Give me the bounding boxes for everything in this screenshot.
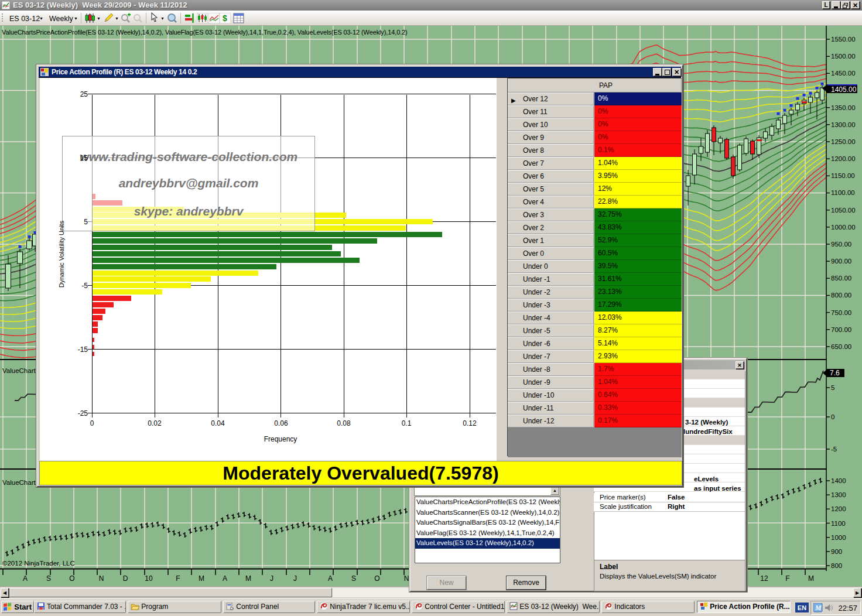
svg-text:950.00: 950.00 — [831, 241, 851, 248]
svg-text:1200.00: 1200.00 — [831, 155, 856, 162]
svg-text:1300: 1300 — [831, 491, 846, 498]
svg-text:1000: 1000 — [831, 534, 846, 541]
svg-text:M: M — [815, 604, 822, 612]
svg-text:1250.00: 1250.00 — [831, 138, 856, 145]
svg-text:1300.00: 1300.00 — [831, 121, 856, 128]
svg-text:1450.00: 1450.00 — [831, 70, 856, 77]
svg-text:700.00: 700.00 — [831, 326, 851, 333]
svg-text:800: 800 — [831, 562, 842, 569]
svg-text:-5: -5 — [831, 446, 837, 453]
svg-text:1100.00: 1100.00 — [831, 189, 855, 196]
svg-text:1350.00: 1350.00 — [831, 104, 856, 111]
svg-text:750.00: 750.00 — [831, 309, 851, 316]
svg-text:1100: 1100 — [831, 520, 846, 527]
svg-text:900: 900 — [831, 548, 842, 555]
svg-text:1400: 1400 — [831, 477, 846, 484]
svg-text:900.00: 900.00 — [831, 258, 851, 265]
svg-text:0: 0 — [831, 413, 834, 420]
svg-text:1200: 1200 — [831, 505, 846, 512]
svg-text:5: 5 — [831, 384, 834, 391]
svg-text:850.00: 850.00 — [831, 275, 851, 282]
svg-text:650.00: 650.00 — [831, 343, 851, 350]
svg-text:1050.00: 1050.00 — [831, 207, 856, 214]
svg-text:1000.00: 1000.00 — [831, 224, 856, 231]
svg-text:1500.00: 1500.00 — [831, 53, 856, 60]
svg-text:1150.00: 1150.00 — [831, 172, 855, 179]
svg-text:800.00: 800.00 — [831, 292, 851, 299]
svg-text:1550.00: 1550.00 — [831, 36, 856, 43]
